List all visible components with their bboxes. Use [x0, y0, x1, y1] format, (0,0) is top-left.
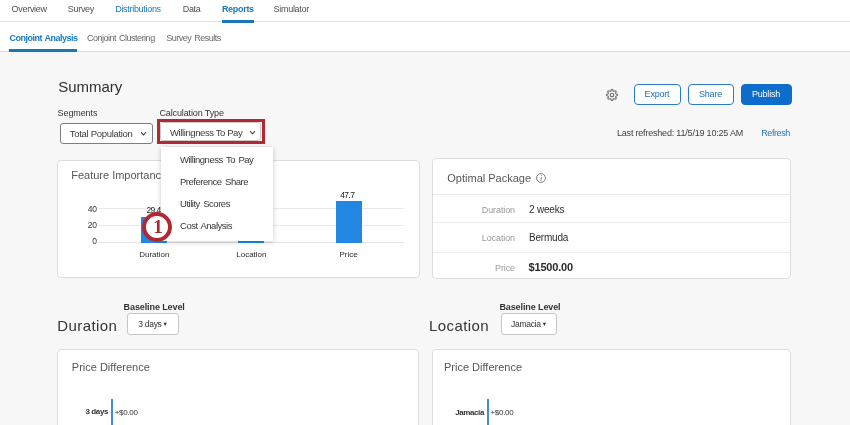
svg-text:i: i	[540, 173, 542, 182]
